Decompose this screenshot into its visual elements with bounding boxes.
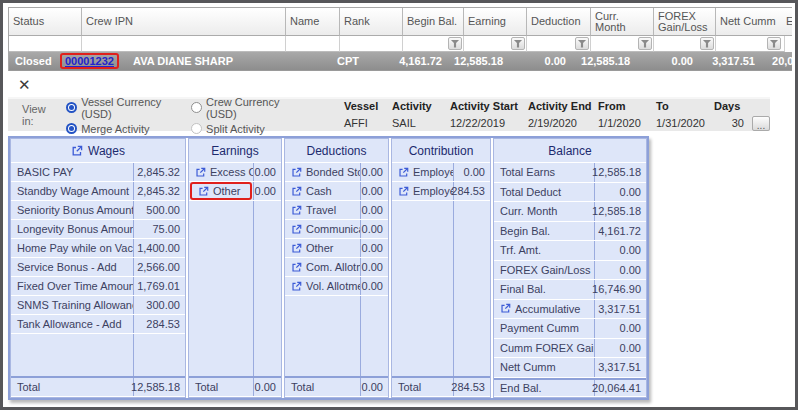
panel-row: Begin Bal. 4,161.72 — [494, 222, 646, 242]
panel-row: Longevity Bonus Amount 75.00 — [11, 220, 185, 239]
panel-row-value: 0.00 — [360, 182, 388, 200]
row-label-text: Com. Allotments — [306, 261, 360, 273]
total-value: 0.00 — [360, 378, 388, 396]
filter-input[interactable] — [716, 36, 782, 52]
row-label-text: Longevity Bonus Amount — [17, 223, 133, 235]
panel-row-label[interactable]: Excess OT — [189, 163, 253, 181]
column-header[interactable]: Name — [286, 8, 340, 36]
filter-funnel-button[interactable] — [448, 37, 462, 50]
panel-total-row: Total 0.00 — [285, 376, 388, 397]
column-header-label: End Bal. — [786, 16, 792, 27]
panel-row-label[interactable]: Cash — [285, 182, 360, 200]
radio-label: Vessel Currency (USD) — [81, 96, 177, 120]
panel-row: SNMS Training Allowance - Add 300.00 — [11, 296, 185, 315]
row-label-text: Begin Bal. — [500, 225, 550, 237]
filter-funnel-button[interactable] — [767, 37, 781, 50]
panel-earnings-title: Earnings — [189, 139, 281, 163]
total-value: 0.00 — [253, 378, 281, 396]
filter-funnel-button[interactable] — [700, 37, 714, 50]
panel-row-label[interactable]: Com. Allotments — [285, 258, 360, 276]
panel-row: Employer 284.53 — [392, 182, 490, 201]
payroll-panels: Wages BASIC PAY 2,845.32 Standby Wage Am… — [8, 136, 649, 400]
panel-row-label[interactable]: Other — [285, 239, 360, 257]
filter-input[interactable] — [9, 36, 82, 52]
funnel-icon — [514, 40, 523, 48]
more-button[interactable]: ... — [752, 116, 770, 131]
radio-option[interactable]: Split Activity — [191, 123, 302, 135]
panel-row-label[interactable]: Employee — [392, 163, 453, 181]
panel-row-value: 0.00 — [360, 258, 388, 276]
panel-row-label[interactable]: Communication — [285, 220, 360, 238]
cell-nett-cumm: 3,317.51 — [699, 52, 761, 70]
filter-input[interactable] — [340, 36, 403, 52]
filter-funnel-button[interactable] — [511, 37, 525, 50]
panel-row-value: 0.00 — [253, 182, 281, 200]
info-header-to: To — [656, 100, 714, 112]
column-header[interactable]: Nett Cumm — [716, 8, 782, 36]
external-link-icon — [291, 167, 302, 178]
row-label-text: Excess OT — [210, 166, 253, 178]
column-header[interactable]: End Bal. — [782, 8, 792, 36]
radio-icon — [66, 102, 77, 113]
column-header[interactable]: Earning — [464, 8, 527, 36]
column-header-label: Name — [290, 16, 319, 27]
panel-row-value: 0.00 — [594, 183, 646, 202]
column-header[interactable]: FOREX Gain/Loss — [654, 8, 716, 36]
panel-empty-area — [11, 334, 185, 376]
panel-wages-title[interactable]: Wages — [11, 139, 185, 163]
radio-option[interactable]: Vessel Currency (USD) — [66, 96, 177, 120]
radio-option[interactable]: Crew Currency (USD) — [191, 96, 302, 120]
external-link-icon — [500, 303, 511, 314]
filter-funnel-button[interactable] — [575, 37, 589, 50]
panel-row-label[interactable]: Bonded Stores — [285, 163, 360, 181]
panel-row-value: 75.00 — [133, 220, 185, 238]
filter-input[interactable] — [591, 36, 654, 52]
panel-row-value: 1,400.00 — [133, 239, 185, 257]
total-label: Total — [189, 378, 253, 396]
panel-row-label: Final Bal. — [494, 280, 594, 299]
filter-input[interactable] — [82, 36, 286, 52]
panel-row: Employee 0.00 — [392, 163, 490, 182]
row-label-text: Tank Allowance - Add — [17, 318, 122, 330]
panel-row: Service Bonus - Add 2,566.00 — [11, 258, 185, 277]
filter-input[interactable] — [403, 36, 464, 52]
external-link-icon — [291, 281, 302, 292]
close-button[interactable]: ✕ — [18, 76, 31, 94]
filter-input[interactable] — [527, 36, 591, 52]
external-link-icon — [198, 186, 209, 197]
column-header[interactable]: Deduction — [527, 8, 591, 36]
panel-row-label[interactable]: Travel — [285, 201, 360, 219]
panel-row-label: Curr. Month — [494, 202, 594, 221]
filter-funnel-button[interactable] — [638, 37, 652, 50]
filter-input[interactable] — [782, 36, 785, 52]
column-header[interactable]: Begin Bal. — [403, 8, 464, 36]
row-label-text: Final Bal. — [500, 283, 546, 295]
panel-total-row: Total 0.00 — [189, 376, 281, 397]
panel-total-row: End Bal. 20,064.41 — [494, 378, 646, 398]
column-header[interactable]: Curr. Month — [591, 8, 654, 36]
panel-row-label[interactable]: Vol. Allotments — [285, 277, 360, 295]
filter-input[interactable] — [464, 36, 527, 52]
row-label-text: Standby Wage Amount — [17, 185, 129, 197]
panel-row-label[interactable]: Employer — [392, 182, 453, 200]
radio-icon — [191, 102, 202, 113]
crew-ipn-link[interactable]: 00001232 — [65, 55, 114, 67]
radio-option[interactable]: Merge Activity — [66, 123, 177, 135]
column-header[interactable]: Status — [9, 8, 82, 36]
column-header[interactable]: Crew IPN — [82, 8, 286, 36]
panel-row-label[interactable]: Accumulative — [494, 300, 594, 319]
panel-balance-title: Balance — [494, 139, 646, 163]
panel-row: Curr. Month 12,585.18 — [494, 202, 646, 222]
column-header[interactable]: Rank — [340, 8, 403, 36]
filter-input[interactable] — [286, 36, 340, 52]
crew-row[interactable]: Closed 00001232 AVA DIANE SHARP CPT 4,16… — [9, 52, 792, 71]
panel-row-label[interactable]: Other — [190, 182, 252, 200]
panel-row-value: 0.00 — [360, 277, 388, 295]
row-label-text: Employee — [413, 166, 453, 178]
highlight-box-crew-ipn: 00001232 — [60, 53, 119, 69]
info-value-vessel: AFFI — [344, 117, 392, 129]
filter-input[interactable] — [654, 36, 716, 52]
panel-row: BASIC PAY 2,845.32 — [11, 163, 185, 182]
panel-row: Total Earns 12,585.18 — [494, 163, 646, 183]
panel-row-label: Total Earns — [494, 163, 594, 182]
